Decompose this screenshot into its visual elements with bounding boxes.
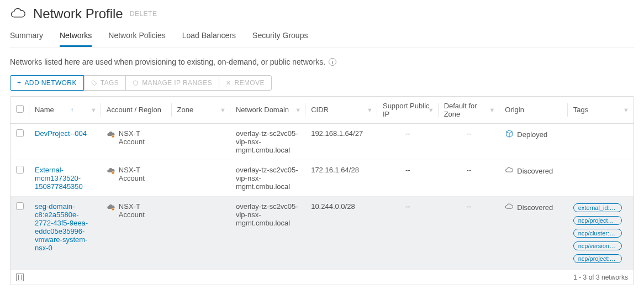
filter-icon[interactable]: ▼ xyxy=(295,107,301,113)
tab-security-groups[interactable]: Security Groups xyxy=(252,28,308,47)
network-name-link[interactable]: DevProject--004 xyxy=(35,129,87,138)
tag-chip[interactable]: ncp/project_u... xyxy=(573,216,622,225)
plus-icon: + xyxy=(17,79,21,87)
origin-text: Discovered xyxy=(517,203,553,212)
info-icon[interactable]: i xyxy=(329,58,336,66)
default-for-zone-cell: -- xyxy=(439,196,500,270)
origin-text: Deployed xyxy=(517,130,547,139)
close-icon: ✕ xyxy=(226,80,231,87)
col-network-domain[interactable]: Network Domain▼ xyxy=(230,97,305,123)
page-title: Network Profile xyxy=(33,6,123,22)
col-default-for-zone[interactable]: Default for Zone▼ xyxy=(439,97,500,123)
nsx-t-account-icon: T xyxy=(107,129,115,140)
add-network-button[interactable]: + ADD NETWORK xyxy=(10,75,84,91)
cidr-cell: 10.244.0.0/28 xyxy=(305,196,377,270)
discovered-icon xyxy=(505,166,514,176)
zone-cell xyxy=(172,160,230,196)
filter-icon[interactable]: ▼ xyxy=(489,107,495,113)
default-for-zone-cell: -- xyxy=(439,160,500,196)
col-support-public-ip[interactable]: Support Public IP▼ xyxy=(377,97,439,123)
toolbar: + ADD NETWORK TAGS MANAGE IP RANGES ✕ RE… xyxy=(10,75,634,91)
table-row[interactable]: External-mcm1373520-150877845350TNSX-T A… xyxy=(10,160,634,196)
nsx-t-account-icon: T xyxy=(107,166,115,177)
support-public-ip-cell: -- xyxy=(377,196,439,270)
zone-cell xyxy=(172,123,230,160)
cidr-cell: 192.168.1.64/27 xyxy=(305,123,377,160)
svg-point-0 xyxy=(93,81,93,82)
tab-summary[interactable]: Summary xyxy=(10,28,43,47)
filter-icon[interactable]: ▼ xyxy=(367,107,373,113)
pagination-text: 1 - 3 of 3 networks xyxy=(573,274,628,281)
remove-button: ✕ REMOVE xyxy=(219,75,272,91)
discovered-icon xyxy=(505,202,514,213)
delete-button[interactable]: DELETE xyxy=(130,10,157,18)
filter-icon[interactable]: ▼ xyxy=(428,107,434,113)
deployed-icon xyxy=(505,129,514,140)
table-row[interactable]: DevProject--004TNSX-T Accountoverlay-tz-… xyxy=(10,123,634,160)
default-for-zone-cell: -- xyxy=(439,123,500,160)
tab-network-policies[interactable]: Network Policies xyxy=(108,28,165,47)
network-name-link[interactable]: External-mcm1373520-150877845350 xyxy=(35,166,83,191)
nsx-t-account-icon: T xyxy=(107,202,115,213)
cidr-cell: 172.16.1.64/28 xyxy=(305,160,377,196)
zone-cell xyxy=(172,196,230,270)
network-domain-cell: overlay-tz-sc2vc05-vip-nsx-mgmt.cmbu.loc… xyxy=(230,123,305,160)
account-name: NSX-T Account xyxy=(119,129,166,146)
tag-chip[interactable]: ncp/project:v... xyxy=(573,254,622,263)
network-name-link[interactable]: seg-domain-c8:e2a5580e-2772-43f5-9eea-ed… xyxy=(35,202,88,252)
account-name: NSX-T Account xyxy=(119,202,166,219)
tab-networks[interactable]: Networks xyxy=(60,28,92,47)
col-origin[interactable]: Origin xyxy=(499,97,567,123)
sort-asc-icon: ↑ xyxy=(70,106,73,114)
select-all-checkbox[interactable] xyxy=(16,105,24,113)
networks-grid: Name ↑ ▼ Account / Region Zone▼ Network … xyxy=(10,96,634,285)
support-public-ip-cell: -- xyxy=(377,123,439,160)
network-domain-cell: overlay-tz-sc2vc05-vip-nsx-mgmt.cmbu.loc… xyxy=(230,160,305,196)
support-public-ip-cell: -- xyxy=(377,160,439,196)
tag-chip[interactable]: ncp/cluster:d... xyxy=(573,229,622,238)
tag-chip[interactable]: ncp/version:1.... xyxy=(573,241,622,250)
networks-description: Networks listed here are used when provi… xyxy=(10,57,325,66)
tag-chip[interactable]: external_id:8... xyxy=(573,203,622,212)
network-domain-cell: overlay-tz-sc2vc05-vip-nsx-mgmt.cmbu.loc… xyxy=(230,196,305,270)
column-picker-button[interactable] xyxy=(16,274,24,281)
filter-icon[interactable]: ▼ xyxy=(220,107,226,113)
col-account[interactable]: Account / Region xyxy=(101,97,172,123)
row-checkbox[interactable] xyxy=(16,166,24,174)
cloud-icon xyxy=(10,6,27,22)
filter-icon[interactable]: ▼ xyxy=(623,107,629,113)
tag-icon xyxy=(91,80,97,86)
table-row[interactable]: seg-domain-c8:e2a5580e-2772-43f5-9eea-ed… xyxy=(10,196,634,270)
col-name[interactable]: Name ↑ ▼ xyxy=(29,97,101,123)
tabs: SummaryNetworksNetwork PoliciesLoad Bala… xyxy=(10,28,634,48)
tags-button: TAGS xyxy=(84,75,125,91)
origin-text: Discovered xyxy=(517,167,553,175)
col-zone[interactable]: Zone▼ xyxy=(172,97,230,123)
filter-icon[interactable]: ▼ xyxy=(91,107,97,113)
manage-ip-ranges-button: MANAGE IP RANGES xyxy=(125,75,219,91)
shield-icon xyxy=(133,80,139,86)
col-tags[interactable]: Tags▼ xyxy=(568,97,634,123)
account-name: NSX-T Account xyxy=(119,166,166,182)
row-checkbox[interactable] xyxy=(16,129,24,137)
col-cidr[interactable]: CIDR▼ xyxy=(305,97,377,123)
row-checkbox[interactable] xyxy=(16,202,24,210)
tab-load-balancers[interactable]: Load Balancers xyxy=(182,28,236,47)
